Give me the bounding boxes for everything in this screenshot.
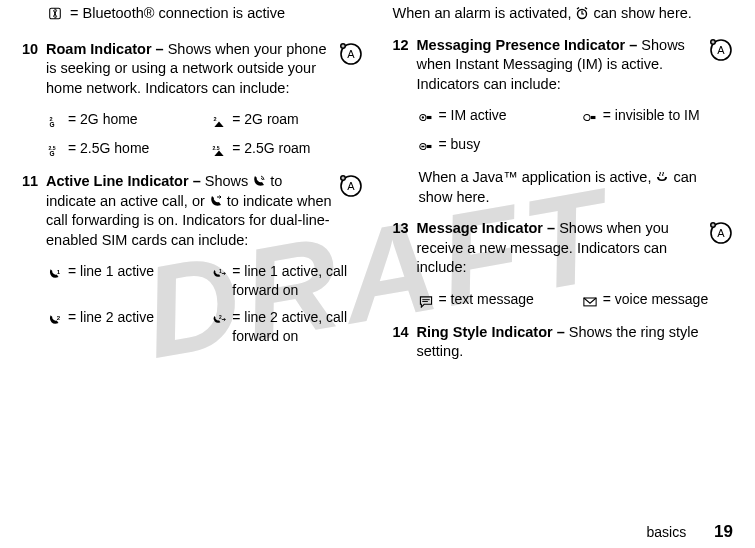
svg-text:A: A	[717, 44, 725, 56]
table-row: 2 = 2G roam	[212, 110, 362, 131]
status-ring-icon: A	[709, 38, 733, 68]
page-footer: basics 19	[647, 521, 734, 544]
table-row: = IM active	[419, 106, 569, 127]
svg-point-22	[421, 117, 423, 119]
svg-rect-27	[421, 146, 424, 148]
right-column: When an alarm is activated, can show her…	[393, 4, 734, 362]
table-row: = voice message	[583, 290, 733, 311]
svg-text:2: 2	[219, 316, 222, 321]
item-12-table: = IM active = invisible to IM = busy	[419, 106, 734, 156]
svg-text:G: G	[49, 150, 54, 157]
java-note-a: When a Java™ application is active,	[419, 169, 656, 185]
status-ring-icon: A	[339, 42, 363, 72]
table-row: = text message	[419, 290, 569, 311]
cell-text: = line 1 active	[68, 262, 154, 281]
svg-rect-28	[426, 145, 431, 148]
svg-point-24	[584, 115, 590, 121]
footer-section: basics	[647, 524, 687, 540]
item-11-table: 1 = line 1 active 1 = line 1 active, cal…	[48, 262, 363, 346]
im-active-icon	[419, 108, 433, 127]
cell-text: = invisible to IM	[603, 106, 700, 125]
table-row: 2 = line 2 active, call forward on	[212, 308, 362, 346]
text-message-icon	[419, 292, 433, 311]
table-row: 2G = 2G home	[48, 110, 198, 131]
bluetooth-icon	[48, 4, 62, 24]
svg-rect-25	[591, 116, 596, 119]
svg-text:2: 2	[57, 314, 61, 321]
java-note: When a Java™ application is active, can …	[419, 168, 734, 207]
cell-text: = 2.5G roam	[232, 139, 310, 158]
svg-text:2.5: 2.5	[213, 145, 220, 151]
cell-text: = voice message	[603, 290, 708, 309]
page-content: = Bluetooth® connection is active 10 A R…	[0, 0, 755, 362]
table-row: 1 = line 1 active, call forward on	[212, 262, 362, 300]
item-10-table: 2G = 2G home 2 = 2G roam 2.5G = 2.5G hom…	[48, 110, 363, 160]
item-12-number: 12	[393, 36, 417, 95]
svg-text:A: A	[347, 180, 355, 192]
alarm-note: When an alarm is activated, can show her…	[393, 4, 734, 24]
item-11: 11 A Active Line Indicator – Shows to in…	[22, 172, 363, 250]
call-forward-icon	[209, 193, 223, 209]
cell-text: = IM active	[439, 106, 507, 125]
cell-text: = 2G roam	[232, 110, 299, 129]
im-busy-icon	[419, 137, 433, 156]
cell-text: = line 2 active, call forward on	[232, 308, 362, 346]
item-13-title: Message Indicator –	[417, 220, 556, 236]
item-11-desc-a: Shows	[205, 173, 253, 189]
2g-roam-icon: 2	[212, 112, 226, 131]
cell-text: = text message	[439, 290, 534, 309]
bluetooth-line: = Bluetooth® connection is active	[48, 4, 363, 24]
svg-rect-23	[426, 116, 431, 119]
svg-text:1: 1	[57, 268, 61, 275]
status-ring-icon: A	[339, 174, 363, 204]
item-13-table: = text message = voice message	[419, 290, 734, 311]
cell-text: = line 1 active, call forward on	[232, 262, 362, 300]
alarm-icon	[575, 5, 589, 21]
svg-text:2: 2	[214, 116, 217, 122]
table-row: 1 = line 1 active	[48, 262, 198, 300]
item-12-title: Messaging Presence Indicator –	[417, 37, 638, 53]
item-10-title: Roam Indicator –	[46, 41, 164, 57]
item-11-number: 11	[22, 172, 46, 250]
line2-active-icon: 2	[48, 310, 62, 329]
item-14-number: 14	[393, 323, 417, 362]
2-5g-roam-icon: 2.5	[212, 141, 226, 160]
item-11-title: Active Line Indicator –	[46, 173, 201, 189]
java-icon	[655, 169, 669, 185]
item-13: 13 A Message Indicator – Shows when you …	[393, 219, 734, 278]
item-12: 12 A Messaging Presence Indicator – Show…	[393, 36, 734, 95]
footer-page-number: 19	[714, 522, 733, 541]
2g-home-icon: 2G	[48, 112, 62, 131]
line1-fwd-icon: 1	[212, 264, 226, 283]
line2-fwd-icon: 2	[212, 310, 226, 329]
left-column: = Bluetooth® connection is active 10 A R…	[22, 4, 363, 362]
cell-text: = busy	[439, 135, 481, 154]
item-14-title: Ring Style Indicator –	[417, 324, 565, 340]
alarm-note-a: When an alarm is activated,	[393, 5, 576, 21]
status-ring-icon: A	[709, 221, 733, 251]
table-row: 2.5 = 2.5G roam	[212, 139, 362, 160]
svg-text:G: G	[49, 121, 54, 128]
table-row: 2.5G = 2.5G home	[48, 139, 198, 160]
table-row: 2 = line 2 active	[48, 308, 198, 346]
item-13-number: 13	[393, 219, 417, 278]
item-14: 14 Ring Style Indicator – Shows the ring…	[393, 323, 734, 362]
svg-text:A: A	[347, 48, 355, 60]
cell-text: = 2G home	[68, 110, 138, 129]
svg-text:1: 1	[219, 270, 222, 275]
table-row: = busy	[419, 135, 569, 156]
table-row: = invisible to IM	[583, 106, 733, 127]
cell-text: = line 2 active	[68, 308, 154, 327]
bluetooth-text: = Bluetooth® connection is active	[70, 4, 285, 24]
2-5g-home-icon: 2.5G	[48, 141, 62, 160]
voice-message-icon	[583, 292, 597, 311]
item-10: 10 A Roam Indicator – Shows when your ph…	[22, 40, 363, 99]
cell-text: = 2.5G home	[68, 139, 149, 158]
line1-active-icon: 1	[48, 264, 62, 283]
item-10-number: 10	[22, 40, 46, 99]
svg-text:A: A	[717, 227, 725, 239]
im-invisible-icon	[583, 108, 597, 127]
active-call-icon	[252, 173, 266, 189]
alarm-note-b: can show here.	[589, 5, 691, 21]
